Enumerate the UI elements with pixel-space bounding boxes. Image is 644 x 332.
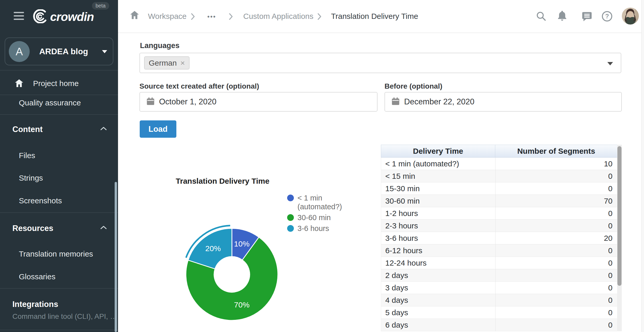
chevron-up-icon[interactable] (100, 126, 107, 132)
sidebar-item-strings[interactable]: Strings (19, 174, 43, 182)
donut-chart[interactable]: 10%70%20% (182, 224, 282, 325)
legend-item[interactable]: < 1 min (automated?) (287, 194, 349, 211)
dropdown-caret-icon[interactable] (607, 62, 613, 65)
cell-delivery-time: 12-24 hours (381, 257, 495, 269)
project-avatar: A (9, 41, 30, 62)
remove-language-icon[interactable]: × (180, 59, 185, 67)
cell-delivery-time: 6 days (381, 319, 495, 331)
integrations-subtitle: Command line tool (CLI), API, … (12, 312, 117, 321)
chevron-up-icon[interactable] (100, 225, 107, 230)
cell-delivery-time: 15-30 min (381, 182, 495, 195)
table-row[interactable]: 30-60 min70 (381, 195, 622, 207)
cell-number-of-segments: 0 (495, 306, 617, 319)
table-row[interactable]: 15-30 min0 (381, 182, 622, 195)
bell-icon[interactable] (556, 10, 568, 21)
table-row[interactable]: 6-12 hours0 (381, 244, 622, 257)
cell-number-of-segments: 0 (495, 170, 617, 182)
chat-icon[interactable] (581, 10, 593, 22)
cell-delivery-time: 4 days (381, 294, 495, 306)
divider (0, 330, 118, 330)
table-row[interactable]: < 15 min0 (381, 170, 622, 182)
divider (0, 95, 118, 95)
project-selector[interactable]: A ARDEA blog (5, 37, 113, 65)
cell-number-of-segments: 0 (495, 220, 617, 232)
cell-delivery-time: < 15 min (381, 170, 495, 182)
home-icon (14, 78, 24, 89)
divider (0, 288, 118, 289)
sidebar-item-quality-assurance[interactable]: Quality assurance (19, 98, 81, 107)
legend-dot-icon (287, 195, 294, 201)
cell-number-of-segments: 0 (495, 182, 617, 195)
hamburger-menu-icon[interactable] (14, 12, 24, 20)
legend-label: 3-6 hours (297, 224, 329, 233)
cell-number-of-segments: 0 (495, 244, 617, 257)
cell-number-of-segments: 0 (495, 257, 617, 269)
sidebar-section-content[interactable]: Content (12, 125, 43, 134)
table-row[interactable]: 3 days0 (381, 282, 622, 294)
home-icon[interactable] (129, 10, 140, 21)
chevron-right-icon (229, 13, 233, 21)
cell-delivery-time: 3-6 hours (381, 232, 495, 244)
legend-item[interactable]: 3-6 hours (287, 224, 349, 233)
cell-number-of-segments: 20 (495, 232, 617, 244)
table-header-delivery-time[interactable]: Delivery Time (381, 145, 495, 157)
chart-title: Translation Delivery Time (158, 177, 287, 186)
legend-dot-icon (287, 214, 294, 221)
sidebar-item-files[interactable]: Files (19, 151, 35, 160)
beta-badge: beta (92, 2, 109, 10)
sidebar-item-project-home[interactable]: Project home (33, 79, 79, 88)
cell-delivery-time: 6-12 hours (381, 244, 495, 257)
before-date-input[interactable]: December 22, 2020 (384, 92, 622, 112)
svg-text:?: ? (605, 13, 609, 20)
legend-item[interactable]: 30-60 min (287, 213, 349, 222)
page-scrollbar[interactable] (641, 0, 644, 332)
breadcrumb-current-page: Translation Delivery Time (331, 12, 418, 21)
after-date-input[interactable]: October 1, 2020 (139, 92, 378, 112)
table-row[interactable]: 2-3 hours0 (381, 220, 622, 232)
cell-number-of-segments: 0 (495, 294, 617, 306)
cell-delivery-time: 5 days (381, 306, 495, 319)
table-scrollbar-track[interactable] (617, 145, 622, 331)
sidebar-section-resources[interactable]: Resources (12, 224, 53, 233)
table-row[interactable]: 6 days0 (381, 319, 622, 331)
table-row[interactable]: 12-24 hours0 (381, 257, 622, 269)
breadcrumb-ellipsis[interactable]: ••• (207, 13, 216, 20)
search-icon[interactable] (535, 10, 547, 22)
crowdin-logo[interactable]: crowdin (32, 9, 94, 24)
cell-number-of-segments: 10 (495, 158, 617, 170)
languages-select[interactable]: German × (139, 53, 621, 73)
help-icon[interactable]: ? (601, 10, 613, 22)
after-date-label: Source text created after (optional) (139, 82, 259, 90)
cell-number-of-segments: 0 (495, 269, 617, 281)
breadcrumb-workspace[interactable]: Workspace (148, 12, 187, 21)
sidebar-item-glossaries[interactable]: Glossaries (19, 272, 56, 281)
sidebar-section-integrations[interactable]: Integrations (12, 300, 58, 309)
load-button[interactable]: Load (140, 120, 176, 138)
chevron-right-icon (317, 13, 322, 21)
top-bar: Workspace ••• Custom Applications Transl… (118, 0, 644, 33)
chevron-down-icon (102, 50, 107, 53)
table-header-number-of-segments[interactable]: Number of Segments (495, 145, 617, 157)
cell-number-of-segments: 0 (495, 319, 617, 331)
table-row[interactable]: 1-2 hours0 (381, 207, 622, 220)
segments-table: Delivery Time Number of Segments < 1 min… (381, 145, 622, 331)
divider (0, 114, 118, 115)
table-scrollbar-thumb[interactable] (617, 146, 622, 286)
user-avatar[interactable] (622, 7, 639, 25)
cell-delivery-time: 30-60 min (381, 195, 495, 207)
table-row[interactable]: 3-6 hours20 (381, 232, 622, 244)
slice-percent-label: 20% (205, 244, 221, 253)
breadcrumb-custom-applications[interactable]: Custom Applications (243, 12, 313, 21)
before-date-label: Before (optional) (384, 82, 442, 90)
table-row[interactable]: 2 days0 (381, 269, 622, 282)
table-row[interactable]: 4 days0 (381, 294, 622, 306)
before-date-value: December 22, 2020 (404, 97, 474, 106)
sidebar-item-translation-memories[interactable]: Translation memories (19, 250, 93, 258)
sidebar-item-screenshots[interactable]: Screenshots (19, 196, 62, 205)
cell-number-of-segments: 70 (495, 195, 617, 207)
sidebar-scrollbar[interactable] (115, 182, 117, 332)
table-row[interactable]: 5 days0 (381, 306, 622, 319)
table-row[interactable]: < 1 min (automated?)10 (381, 158, 622, 170)
cell-delivery-time: 1-2 hours (381, 207, 495, 219)
table-body: < 1 min (automated?)10< 15 min015-30 min… (381, 158, 622, 331)
